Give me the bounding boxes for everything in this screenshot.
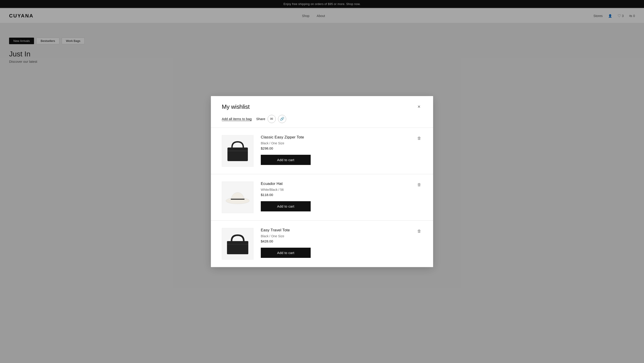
item-variant-0: Black / One Size (261, 141, 422, 145)
add-all-button[interactable]: Add all items to bag (222, 117, 252, 121)
add-to-cart-button-1[interactable]: Add to cart (261, 201, 311, 211)
share-email-button[interactable]: ✉ (268, 115, 276, 123)
email-icon: ✉ (270, 117, 273, 121)
svg-rect-5 (227, 241, 248, 254)
modal-backdrop[interactable]: My wishlist × Add all items to bag Share… (0, 0, 644, 363)
tote-svg-2 (225, 233, 250, 255)
svg-rect-0 (228, 147, 248, 161)
share-group: Share ✉ 🔗 (256, 115, 286, 123)
modal-header: My wishlist × (211, 96, 433, 115)
item-variant-1: White/Black / 56 (261, 188, 422, 191)
trash-icon-0: 🗑 (417, 136, 421, 140)
tote-svg-0 (225, 140, 250, 162)
item-name-2: Easy Travel Tote (261, 228, 422, 233)
wishlist-modal: My wishlist × Add all items to bag Share… (211, 96, 433, 267)
wishlist-item-2: Easy Travel Tote Black / One Size $428.0… (211, 221, 433, 267)
trash-icon-1: 🗑 (417, 182, 421, 187)
item-name-1: Ecuador Hat (261, 181, 422, 186)
item-details-1: Ecuador Hat White/Black / 56 $118.00 Add… (261, 181, 422, 211)
item-details-2: Easy Travel Tote Black / One Size $428.0… (261, 228, 422, 258)
delete-item-button-0[interactable]: 🗑 (416, 135, 422, 142)
item-variant-2: Black / One Size (261, 234, 422, 238)
add-to-cart-button-2[interactable]: Add to cart (261, 248, 311, 258)
item-price-0: $298.00 (261, 146, 422, 150)
modal-title: My wishlist (222, 103, 250, 110)
item-details-0: Classic Easy Zipper Tote Black / One Siz… (261, 135, 422, 165)
wishlist-item-1: Ecuador Hat White/Black / 56 $118.00 Add… (211, 174, 433, 221)
item-name-0: Classic Easy Zipper Tote (261, 135, 422, 140)
share-label: Share (256, 117, 265, 121)
share-link-button[interactable]: 🔗 (278, 115, 286, 123)
item-image-0 (222, 135, 254, 167)
link-icon: 🔗 (280, 117, 284, 121)
hat-svg-1 (225, 188, 250, 206)
item-image-1 (222, 181, 254, 213)
delete-item-button-2[interactable]: 🗑 (416, 228, 422, 235)
modal-actions: Add all items to bag Share ✉ 🔗 (211, 115, 433, 128)
item-price-2: $428.00 (261, 239, 422, 243)
delete-item-button-1[interactable]: 🗑 (416, 181, 422, 188)
add-to-cart-button-0[interactable]: Add to cart (261, 155, 311, 165)
close-button[interactable]: × (416, 103, 422, 110)
trash-icon-2: 🗑 (417, 229, 421, 233)
item-price-1: $118.00 (261, 193, 422, 197)
wishlist-item-0: Classic Easy Zipper Tote Black / One Siz… (211, 128, 433, 174)
item-image-2 (222, 228, 254, 260)
